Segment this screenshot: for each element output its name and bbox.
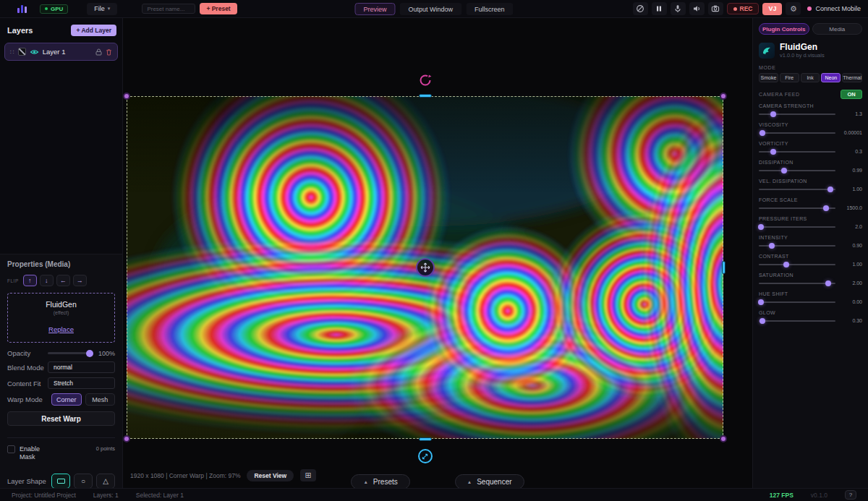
- tab-media[interactable]: Media: [812, 23, 863, 35]
- settings-button[interactable]: ⚙: [786, 2, 801, 15]
- flip-controls: FLIP ↑ ↓ ← →: [7, 275, 115, 286]
- slider-handle[interactable]: [825, 281, 831, 286]
- slider-track[interactable]: [759, 283, 835, 284]
- slider-handle[interactable]: [760, 130, 765, 136]
- circle-icon: ○: [81, 477, 85, 485]
- drag-handle-icon[interactable]: ∷: [10, 48, 14, 56]
- shape-triangle-button[interactable]: △: [96, 474, 115, 489]
- rotate-handle[interactable]: [419, 74, 432, 87]
- shape-rectangle-button[interactable]: [51, 474, 70, 489]
- scale-handle[interactable]: [418, 449, 433, 463]
- opacity-slider[interactable]: [48, 352, 92, 354]
- microphone-button[interactable]: [671, 2, 686, 15]
- tab-plugin-controls[interactable]: Plugin Controls: [759, 23, 809, 35]
- layer-select-checkbox[interactable]: [18, 48, 26, 56]
- visibility-eye-icon[interactable]: [30, 48, 39, 56]
- slider-handle[interactable]: [827, 187, 833, 192]
- blend-mode-select[interactable]: normal: [48, 361, 115, 373]
- sequencer-drawer-button[interactable]: ▲ Sequencer: [455, 474, 524, 489]
- enable-mask-checkbox[interactable]: [7, 445, 15, 453]
- clock-slash-icon: [636, 4, 644, 13]
- audio-button[interactable]: [689, 2, 705, 15]
- mode-thermal-button[interactable]: Thermal: [842, 73, 862, 82]
- mode-smoke-button[interactable]: Smoke: [759, 73, 778, 82]
- plugin-slider-row: GLOW 0.30: [759, 310, 862, 325]
- tab-fullscreen[interactable]: Fullscreen: [466, 3, 514, 15]
- slider-track[interactable]: [759, 207, 835, 209]
- slider-handle[interactable]: [781, 168, 787, 174]
- slider-track[interactable]: [759, 264, 835, 265]
- content-fit-label: Content Fit: [7, 380, 48, 387]
- warp-mesh-button[interactable]: Mesh: [85, 393, 116, 406]
- slider-track[interactable]: [759, 170, 835, 171]
- slider-handle[interactable]: [770, 149, 776, 155]
- slider-handle[interactable]: [769, 243, 775, 249]
- plugin-slider-row: CAMERA STRENGTH 1.3: [759, 103, 862, 118]
- flip-right-button[interactable]: →: [73, 275, 87, 286]
- camera-feed-toggle[interactable]: ON: [841, 90, 862, 99]
- content-fit-select[interactable]: Stretch: [48, 377, 115, 389]
- add-preset-button[interactable]: + Preset: [200, 3, 237, 14]
- corner-handle-bottom-right[interactable]: [720, 435, 727, 442]
- flip-down-button[interactable]: ↓: [40, 275, 54, 286]
- reset-warp-button[interactable]: Reset Warp: [7, 411, 115, 426]
- slider-handle[interactable]: [758, 224, 764, 230]
- lock-icon[interactable]: [95, 48, 102, 56]
- preset-name-input[interactable]: [142, 4, 195, 14]
- slider-track[interactable]: [759, 301, 835, 303]
- corner-handle-top-left[interactable]: [123, 93, 130, 100]
- layer-row[interactable]: ∷ Layer 1: [4, 43, 118, 61]
- opacity-slider-handle[interactable]: [86, 350, 93, 357]
- tab-output-window[interactable]: Output Window: [399, 3, 461, 15]
- pause-button[interactable]: [652, 2, 667, 15]
- status-selected: Selected: Layer 1: [136, 492, 184, 499]
- flip-up-button[interactable]: ↑: [23, 275, 37, 286]
- add-layer-button[interactable]: + Add Layer: [71, 25, 116, 36]
- layer-name: Layer 1: [43, 48, 92, 56]
- snapshot-button[interactable]: [708, 2, 723, 15]
- preview-canvas[interactable]: [127, 96, 723, 439]
- slider-track[interactable]: [759, 114, 835, 115]
- slider-track[interactable]: [759, 320, 835, 322]
- warp-corner-button[interactable]: Corner: [51, 393, 82, 406]
- camera-feed-label: CAMERA FEED: [759, 92, 800, 97]
- record-button[interactable]: REC: [727, 3, 760, 14]
- slider-track[interactable]: [759, 189, 835, 190]
- corner-handle-top-right[interactable]: [720, 93, 727, 100]
- timer-button[interactable]: [633, 2, 648, 15]
- edge-handle-right[interactable]: [722, 261, 726, 274]
- edge-handle-top[interactable]: [419, 94, 432, 98]
- slider-handle[interactable]: [760, 318, 765, 324]
- corner-handle-bottom-left[interactable]: [123, 435, 130, 442]
- pause-icon: [655, 5, 663, 12]
- slider-handle[interactable]: [770, 111, 776, 117]
- tab-preview[interactable]: Preview: [354, 3, 395, 15]
- move-handle[interactable]: [416, 258, 435, 277]
- vj-mode-button[interactable]: VJ: [762, 3, 782, 15]
- trash-icon[interactable]: [106, 48, 112, 56]
- viewport-area: 1920 x 1080 | Corner Warp | Zoom: 97% Re…: [123, 18, 752, 488]
- layer-shape-label: Layer Shape: [7, 477, 48, 485]
- enable-mask-label: Enable Mask: [20, 445, 50, 462]
- move-crosshair-icon: [420, 262, 430, 273]
- mode-ink-button[interactable]: Ink: [801, 73, 820, 82]
- presets-drawer-button[interactable]: ▲ Presets: [351, 474, 409, 489]
- slider-handle[interactable]: [758, 299, 764, 305]
- replace-link[interactable]: Replace: [48, 325, 74, 333]
- mode-fire-button[interactable]: Fire: [780, 73, 799, 82]
- file-menu-button[interactable]: File ▾: [87, 3, 117, 15]
- slider-label: DISSIPATION: [759, 160, 862, 165]
- slider-track[interactable]: [759, 245, 835, 247]
- slider-track[interactable]: [759, 132, 835, 134]
- edge-handle-bottom[interactable]: [419, 437, 432, 441]
- flip-left-button[interactable]: ←: [56, 275, 70, 286]
- shape-circle-button[interactable]: ○: [74, 474, 93, 489]
- slider-track[interactable]: [759, 226, 835, 228]
- mode-neon-button[interactable]: Neon: [821, 73, 841, 82]
- slider-handle[interactable]: [783, 262, 789, 267]
- help-button[interactable]: ?: [845, 490, 856, 500]
- connect-mobile-button[interactable]: Connect Mobile: [807, 5, 861, 12]
- slider-track[interactable]: [759, 151, 835, 153]
- slider-handle[interactable]: [823, 205, 829, 211]
- opacity-value: 100%: [96, 350, 115, 357]
